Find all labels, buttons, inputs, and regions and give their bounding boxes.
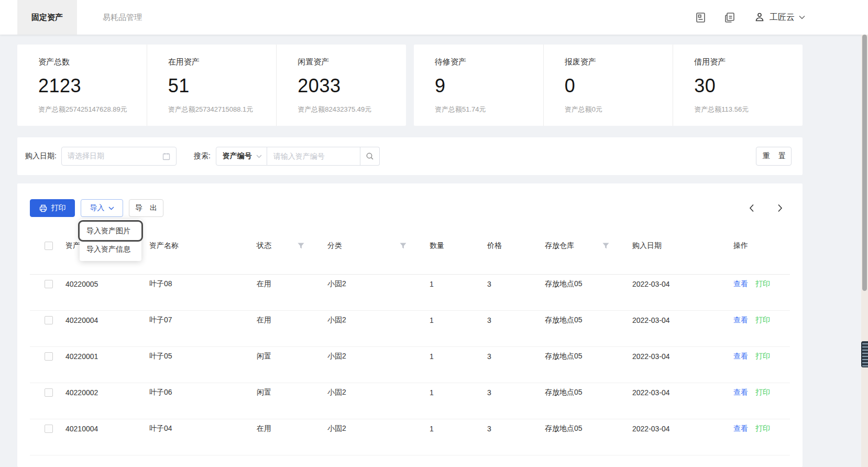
copy-document-icon[interactable] <box>724 12 735 23</box>
print-link[interactable]: 打印 <box>755 352 770 361</box>
table-row: 40220005 叶子08 在用 小固2 1 3 存放地点05 2022-03-… <box>30 275 790 311</box>
header-purchase-date: 购入日期 <box>632 241 733 251</box>
print-button[interactable]: 打印 <box>30 199 75 217</box>
cell-asset-name: 叶子08 <box>149 279 257 289</box>
pagination <box>749 204 790 212</box>
cell-category: 小固2 <box>327 315 430 325</box>
prev-page-button[interactable] <box>749 204 754 212</box>
stat-value: 9 <box>435 75 543 97</box>
stat-value: 2033 <box>298 75 406 97</box>
search-input[interactable] <box>267 147 360 166</box>
floating-widget[interactable] <box>861 341 868 367</box>
import-button[interactable]: 导入 <box>81 199 123 217</box>
cell-asset-code: 40220002 <box>65 387 149 398</box>
print-link[interactable]: 打印 <box>755 279 770 289</box>
top-navbar: 固定资产 易耗品管理 工匠云 <box>0 0 868 35</box>
cell-asset-name: 叶子04 <box>149 423 257 434</box>
cell-warehouse: 存放地点05 <box>545 279 632 289</box>
view-link[interactable]: 查看 <box>733 352 748 361</box>
table-row: 40220002 叶子06 闲置 小固2 1 3 存放地点05 2022-03-… <box>30 383 790 419</box>
filter-icon[interactable] <box>298 243 304 249</box>
header-price: 价格 <box>487 241 545 251</box>
view-link[interactable]: 查看 <box>733 279 748 289</box>
stat-subtotal: 资产总额257425147628.89元 <box>38 105 147 114</box>
search-button[interactable] <box>360 147 380 166</box>
search-icon <box>366 152 374 160</box>
cell-purchase-date: 2022-03-04 <box>632 279 733 289</box>
cell-quantity: 1 <box>430 387 487 398</box>
stat-value: 51 <box>168 75 277 97</box>
header-quantity: 数量 <box>430 241 487 251</box>
row-checkbox[interactable] <box>45 352 53 361</box>
cell-asset-code: 40210004 <box>65 423 149 434</box>
cell-quantity: 1 <box>430 279 487 289</box>
view-link[interactable]: 查看 <box>733 316 748 325</box>
purchase-date-label: 购入日期: <box>25 151 57 161</box>
reset-button[interactable]: 重 置 <box>756 147 792 166</box>
print-link[interactable]: 打印 <box>755 316 770 325</box>
import-menu-item[interactable]: 导入资产信息 <box>80 240 141 258</box>
stat-value: 2123 <box>38 75 147 97</box>
row-checkbox[interactable] <box>45 316 53 324</box>
cell-quantity: 1 <box>430 351 487 362</box>
date-placeholder: 请选择日期 <box>68 151 162 161</box>
stat-label: 在用资产 <box>168 57 277 67</box>
user-menu[interactable]: 工匠云 <box>754 12 805 23</box>
cell-status: 在用 <box>257 423 327 434</box>
stat-label: 借用资产 <box>694 57 803 67</box>
cell-price: 3 <box>487 279 545 289</box>
stat-subtotal: 资产总额113.56元 <box>694 105 803 114</box>
chevron-down-icon <box>799 15 805 19</box>
cell-price: 3 <box>487 351 545 362</box>
search-type-select[interactable]: 资产编号 <box>216 147 267 166</box>
header-category: 分类 <box>327 241 430 251</box>
stat-label: 闲置资产 <box>298 57 406 67</box>
stat-subtotal: 资产总额82432375.49元 <box>298 105 406 114</box>
cell-warehouse: 存放地点05 <box>545 387 632 398</box>
print-link[interactable]: 打印 <box>755 388 770 397</box>
stat-subtotal: 资产总额51.74元 <box>435 105 543 114</box>
cell-price: 3 <box>487 387 545 398</box>
filter-icon[interactable] <box>400 243 406 249</box>
table-row: 40210004 叶子04 在用 小固2 1 3 存放地点05 2022-03-… <box>30 419 790 455</box>
export-button[interactable]: 导 出 <box>129 199 163 217</box>
tab-consumables[interactable]: 易耗品管理 <box>89 0 156 35</box>
row-checkbox[interactable] <box>45 388 53 397</box>
stat-label: 报废资产 <box>565 57 673 67</box>
filter-icon[interactable] <box>602 243 609 249</box>
next-page-button[interactable] <box>777 204 783 212</box>
row-checkbox[interactable] <box>45 425 53 433</box>
stat-item: 闲置资产 2033 资产总额82432375.49元 <box>276 45 406 126</box>
import-button-label: 导入 <box>90 203 105 213</box>
scrollbar-track[interactable] <box>861 35 868 467</box>
header-actions: 操作 <box>733 241 790 251</box>
date-picker-input[interactable]: 请选择日期 <box>61 147 177 166</box>
cell-status: 在用 <box>257 279 327 289</box>
cell-warehouse: 存放地点05 <box>545 423 632 434</box>
table-toolbar: 打印 导入 导 出 <box>30 199 790 217</box>
scrollbar-thumb[interactable] <box>862 35 867 291</box>
view-link[interactable]: 查看 <box>733 424 748 433</box>
filter-bar: 购入日期: 请选择日期 搜索: 资产编号 重 置 <box>17 137 803 175</box>
table-row: 40220004 叶子07 在用 小固2 1 3 存放地点05 2022-03-… <box>30 311 790 347</box>
import-menu-item[interactable]: 导入资产图片 <box>80 222 141 240</box>
report-icon[interactable] <box>696 12 706 23</box>
cell-asset-code: 40220004 <box>65 315 149 325</box>
cell-price: 3 <box>487 315 545 325</box>
calendar-icon <box>162 153 170 160</box>
select-all-checkbox[interactable] <box>45 242 53 250</box>
print-link[interactable]: 打印 <box>755 424 770 433</box>
navbar-right: 工匠云 <box>677 12 868 23</box>
cell-quantity: 1 <box>430 423 487 434</box>
tab-fixed-assets[interactable]: 固定资产 <box>17 0 77 35</box>
stat-label: 待修资产 <box>435 57 543 67</box>
row-checkbox[interactable] <box>45 280 53 288</box>
cell-category: 小固2 <box>327 423 430 434</box>
cell-asset-code: 40220001 <box>65 351 149 362</box>
cell-purchase-date: 2022-03-04 <box>632 387 733 398</box>
cell-category: 小固2 <box>327 351 430 362</box>
view-link[interactable]: 查看 <box>733 388 748 397</box>
cell-status: 在用 <box>257 315 327 325</box>
stat-subtotal: 资产总额0元 <box>565 105 673 114</box>
cell-price: 3 <box>487 423 545 434</box>
